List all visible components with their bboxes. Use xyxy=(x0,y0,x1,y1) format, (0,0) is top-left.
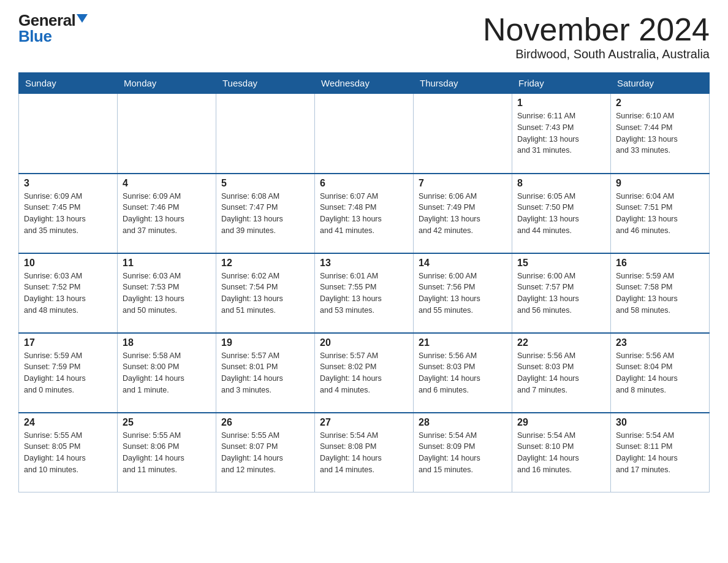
calendar-cell: 1Sunrise: 6:11 AMSunset: 7:43 PMDaylight… xyxy=(512,94,611,174)
day-number: 29 xyxy=(517,417,605,428)
day-number: 2 xyxy=(616,98,704,109)
day-info-text: Sunrise: 6:02 AMSunset: 7:54 PMDaylight:… xyxy=(221,270,309,316)
calendar-cell: 22Sunrise: 5:56 AMSunset: 8:03 PMDayligh… xyxy=(512,333,611,413)
day-number: 11 xyxy=(123,258,211,269)
day-info-text: Sunrise: 5:54 AMSunset: 8:10 PMDaylight:… xyxy=(517,430,605,476)
day-number: 17 xyxy=(24,337,112,348)
calendar-cell: 15Sunrise: 6:00 AMSunset: 7:57 PMDayligh… xyxy=(512,253,611,333)
day-info-text: Sunrise: 6:09 AMSunset: 7:45 PMDaylight:… xyxy=(24,191,112,237)
calendar-cell: 20Sunrise: 5:57 AMSunset: 8:02 PMDayligh… xyxy=(315,333,414,413)
day-number: 24 xyxy=(24,417,112,428)
day-info-text: Sunrise: 5:55 AMSunset: 8:06 PMDaylight:… xyxy=(123,430,211,476)
calendar-cell: 16Sunrise: 5:59 AMSunset: 7:58 PMDayligh… xyxy=(611,253,710,333)
logo-general-text: General xyxy=(18,12,75,28)
title-area: November 2024 Birdwood, South Australia,… xyxy=(483,12,710,61)
day-number: 27 xyxy=(320,417,408,428)
calendar-cell: 17Sunrise: 5:59 AMSunset: 7:59 PMDayligh… xyxy=(19,333,118,413)
day-info-text: Sunrise: 6:08 AMSunset: 7:47 PMDaylight:… xyxy=(221,191,309,237)
day-info-text: Sunrise: 6:00 AMSunset: 7:56 PMDaylight:… xyxy=(419,270,507,316)
calendar-cell: 2Sunrise: 6:10 AMSunset: 7:44 PMDaylight… xyxy=(611,94,710,174)
day-info-text: Sunrise: 5:55 AMSunset: 8:07 PMDaylight:… xyxy=(221,430,309,476)
day-number: 23 xyxy=(616,337,704,348)
calendar-week-row: 10Sunrise: 6:03 AMSunset: 7:52 PMDayligh… xyxy=(19,253,710,333)
day-info-text: Sunrise: 6:07 AMSunset: 7:48 PMDaylight:… xyxy=(320,191,408,237)
calendar-cell: 11Sunrise: 6:03 AMSunset: 7:53 PMDayligh… xyxy=(118,253,216,333)
day-number: 28 xyxy=(419,417,507,428)
calendar-cell: 28Sunrise: 5:54 AMSunset: 8:09 PMDayligh… xyxy=(414,413,512,492)
calendar-cell: 7Sunrise: 6:06 AMSunset: 7:49 PMDaylight… xyxy=(414,174,512,253)
day-number: 30 xyxy=(616,417,704,428)
day-number: 6 xyxy=(320,178,408,189)
calendar-cell: 19Sunrise: 5:57 AMSunset: 8:01 PMDayligh… xyxy=(216,333,315,413)
month-title: November 2024 xyxy=(483,12,710,47)
calendar-cell: 12Sunrise: 6:02 AMSunset: 7:54 PMDayligh… xyxy=(216,253,315,333)
day-info-text: Sunrise: 5:56 AMSunset: 8:04 PMDaylight:… xyxy=(616,350,704,396)
day-info-text: Sunrise: 5:54 AMSunset: 8:11 PMDaylight:… xyxy=(616,430,704,476)
day-info-text: Sunrise: 6:06 AMSunset: 7:49 PMDaylight:… xyxy=(419,191,507,237)
logo: General Blue xyxy=(18,12,88,44)
weekday-header-row: SundayMondayTuesdayWednesdayThursdayFrid… xyxy=(19,73,710,94)
calendar-cell: 4Sunrise: 6:09 AMSunset: 7:46 PMDaylight… xyxy=(118,174,216,253)
day-info-text: Sunrise: 5:59 AMSunset: 7:58 PMDaylight:… xyxy=(616,270,704,316)
day-number: 19 xyxy=(221,337,309,348)
calendar-cell: 3Sunrise: 6:09 AMSunset: 7:45 PMDaylight… xyxy=(19,174,118,253)
day-info-text: Sunrise: 5:57 AMSunset: 8:02 PMDaylight:… xyxy=(320,350,408,396)
day-info-text: Sunrise: 6:04 AMSunset: 7:51 PMDaylight:… xyxy=(616,191,704,237)
day-info-text: Sunrise: 6:10 AMSunset: 7:44 PMDaylight:… xyxy=(616,110,704,156)
day-number: 18 xyxy=(123,337,211,348)
day-info-text: Sunrise: 6:05 AMSunset: 7:50 PMDaylight:… xyxy=(517,191,605,237)
calendar-cell: 18Sunrise: 5:58 AMSunset: 8:00 PMDayligh… xyxy=(118,333,216,413)
day-info-text: Sunrise: 5:54 AMSunset: 8:09 PMDaylight:… xyxy=(419,430,507,476)
calendar-cell: 9Sunrise: 6:04 AMSunset: 7:51 PMDaylight… xyxy=(611,174,710,253)
calendar-cell: 26Sunrise: 5:55 AMSunset: 8:07 PMDayligh… xyxy=(216,413,315,492)
weekday-header-friday: Friday xyxy=(512,73,611,94)
day-number: 13 xyxy=(320,258,408,269)
weekday-header-tuesday: Tuesday xyxy=(216,73,315,94)
weekday-header-wednesday: Wednesday xyxy=(315,73,414,94)
day-number: 15 xyxy=(517,258,605,269)
location-subtitle: Birdwood, South Australia, Australia xyxy=(483,47,710,61)
calendar-cell xyxy=(19,94,118,174)
calendar-cell xyxy=(414,94,512,174)
weekday-header-thursday: Thursday xyxy=(414,73,512,94)
calendar-cell xyxy=(216,94,315,174)
calendar-cell: 5Sunrise: 6:08 AMSunset: 7:47 PMDaylight… xyxy=(216,174,315,253)
day-number: 3 xyxy=(24,178,112,189)
day-info-text: Sunrise: 5:54 AMSunset: 8:08 PMDaylight:… xyxy=(320,430,408,476)
calendar-cell: 13Sunrise: 6:01 AMSunset: 7:55 PMDayligh… xyxy=(315,253,414,333)
day-info-text: Sunrise: 6:03 AMSunset: 7:53 PMDaylight:… xyxy=(123,270,211,316)
day-number: 26 xyxy=(221,417,309,428)
day-number: 22 xyxy=(517,337,605,348)
day-info-text: Sunrise: 6:00 AMSunset: 7:57 PMDaylight:… xyxy=(517,270,605,316)
logo-triangle-icon xyxy=(77,14,88,23)
calendar-week-row: 17Sunrise: 5:59 AMSunset: 7:59 PMDayligh… xyxy=(19,333,710,413)
calendar-week-row: 1Sunrise: 6:11 AMSunset: 7:43 PMDaylight… xyxy=(19,94,710,174)
logo-blue-text: Blue xyxy=(18,28,51,44)
calendar-cell: 8Sunrise: 6:05 AMSunset: 7:50 PMDaylight… xyxy=(512,174,611,253)
calendar-cell: 14Sunrise: 6:00 AMSunset: 7:56 PMDayligh… xyxy=(414,253,512,333)
calendar-cell xyxy=(315,94,414,174)
day-number: 25 xyxy=(123,417,211,428)
day-number: 9 xyxy=(616,178,704,189)
day-number: 14 xyxy=(419,258,507,269)
calendar-cell: 24Sunrise: 5:55 AMSunset: 8:05 PMDayligh… xyxy=(19,413,118,492)
day-info-text: Sunrise: 5:56 AMSunset: 8:03 PMDaylight:… xyxy=(419,350,507,396)
day-info-text: Sunrise: 5:55 AMSunset: 8:05 PMDaylight:… xyxy=(24,430,112,476)
day-info-text: Sunrise: 5:58 AMSunset: 8:00 PMDaylight:… xyxy=(123,350,211,396)
day-info-text: Sunrise: 5:56 AMSunset: 8:03 PMDaylight:… xyxy=(517,350,605,396)
day-info-text: Sunrise: 6:01 AMSunset: 7:55 PMDaylight:… xyxy=(320,270,408,316)
day-info-text: Sunrise: 5:57 AMSunset: 8:01 PMDaylight:… xyxy=(221,350,309,396)
day-number: 5 xyxy=(221,178,309,189)
calendar-cell xyxy=(118,94,216,174)
day-number: 7 xyxy=(419,178,507,189)
calendar-week-row: 3Sunrise: 6:09 AMSunset: 7:45 PMDaylight… xyxy=(19,174,710,253)
day-info-text: Sunrise: 5:59 AMSunset: 7:59 PMDaylight:… xyxy=(24,350,112,396)
day-info-text: Sunrise: 6:03 AMSunset: 7:52 PMDaylight:… xyxy=(24,270,112,316)
page-header: General Blue November 2024 Birdwood, Sou… xyxy=(18,12,710,61)
day-number: 8 xyxy=(517,178,605,189)
day-number: 10 xyxy=(24,258,112,269)
calendar-table: SundayMondayTuesdayWednesdayThursdayFrid… xyxy=(18,72,710,492)
day-number: 4 xyxy=(123,178,211,189)
day-number: 21 xyxy=(419,337,507,348)
calendar-cell: 30Sunrise: 5:54 AMSunset: 8:11 PMDayligh… xyxy=(611,413,710,492)
